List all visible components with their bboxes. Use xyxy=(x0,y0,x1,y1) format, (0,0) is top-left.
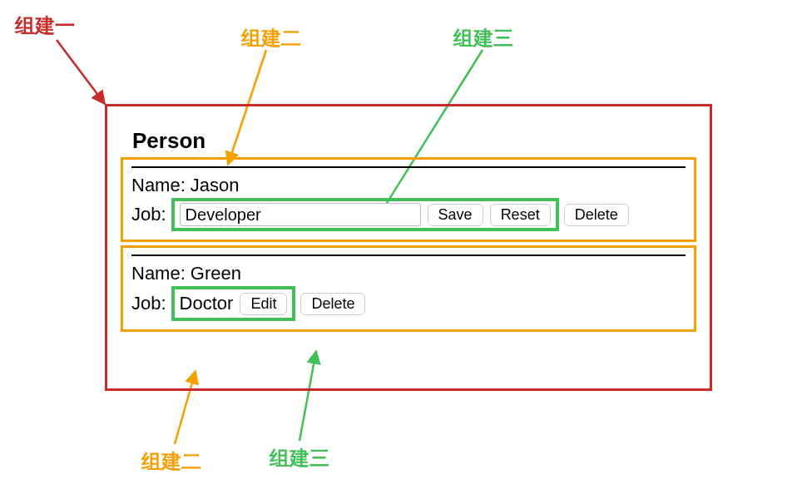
component-three-edit-group: Save Reset xyxy=(171,198,559,231)
save-button[interactable]: Save xyxy=(428,204,483,226)
svg-line-0 xyxy=(57,40,105,104)
annotation-two-top: 组建二 xyxy=(241,25,301,52)
job-label: Job: xyxy=(131,291,166,316)
reset-button[interactable]: Reset xyxy=(490,204,551,226)
job-input[interactable] xyxy=(180,203,421,226)
job-label: Job: xyxy=(131,202,166,227)
name-value: Green xyxy=(191,261,241,286)
annotation-two-bottom: 组建二 xyxy=(141,448,201,475)
divider xyxy=(131,166,686,168)
person-job-row: Job: Doctor Edit Delete xyxy=(131,286,686,321)
name-value: Jason xyxy=(191,173,240,198)
component-three-view-group: Doctor Edit xyxy=(171,286,296,321)
name-label: Name: xyxy=(131,173,186,198)
delete-button[interactable]: Delete xyxy=(564,204,629,226)
divider xyxy=(131,254,686,256)
component-two-person-card: Name: Jason Job: Save Reset Delete xyxy=(121,157,696,242)
component-two-person-card: Name: Green Job: Doctor Edit Delete xyxy=(121,245,696,332)
edit-button[interactable]: Edit xyxy=(240,293,287,315)
person-name-row: Name: Jason xyxy=(131,173,686,198)
job-value: Doctor xyxy=(180,291,234,316)
component-one-container: Person Name: Jason Job: Save Reset Delet… xyxy=(105,104,712,391)
annotation-three-top: 组建三 xyxy=(453,25,513,52)
annotation-three-bottom: 组建三 xyxy=(270,445,329,472)
annotation-one-top: 组建一 xyxy=(15,12,75,39)
name-label: Name: xyxy=(131,261,186,286)
panel-title: Person xyxy=(132,128,696,154)
delete-button[interactable]: Delete xyxy=(300,293,365,315)
person-name-row: Name: Green xyxy=(131,261,686,286)
person-job-row: Job: Save Reset Delete xyxy=(131,198,686,231)
